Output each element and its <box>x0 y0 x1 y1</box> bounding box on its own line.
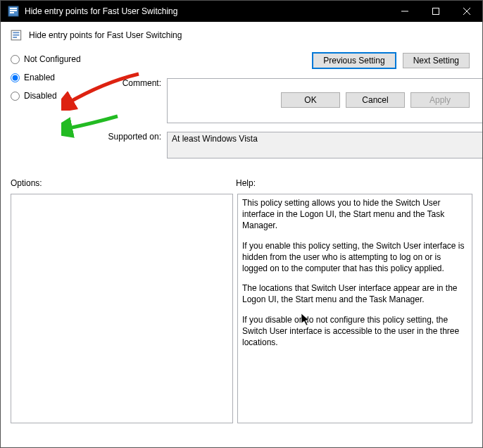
comment-label: Comment: <box>105 78 161 123</box>
svg-rect-10 <box>13 35 19 36</box>
svg-rect-11 <box>13 37 17 38</box>
help-paragraph: The locations that Switch User interface… <box>242 282 468 305</box>
ok-button[interactable]: OK <box>281 92 340 108</box>
close-button[interactable] <box>451 1 482 22</box>
previous-setting-button[interactable]: Previous Setting <box>313 53 395 68</box>
svg-rect-1 <box>10 8 17 9</box>
options-panel[interactable] <box>11 194 233 423</box>
help-panel[interactable]: This policy setting allows you to hide t… <box>237 194 472 423</box>
next-setting-button[interactable]: Next Setting <box>403 53 470 68</box>
apply-button[interactable]: Apply <box>410 92 470 108</box>
radio-disabled-label: Disabled <box>24 91 57 101</box>
svg-rect-2 <box>10 10 17 11</box>
maximize-button[interactable] <box>420 1 451 22</box>
policy-icon <box>8 6 19 17</box>
svg-rect-3 <box>10 12 14 13</box>
policy-header: Hide entry points for Fast User Switchin… <box>11 29 472 42</box>
help-paragraph: This policy setting allows you to hide t… <box>242 197 468 232</box>
supported-on-box: At least Windows Vista <box>167 132 483 158</box>
svg-rect-5 <box>433 8 439 15</box>
radio-disabled-input[interactable] <box>11 92 20 101</box>
svg-rect-9 <box>13 32 19 34</box>
radio-enabled-input[interactable] <box>11 73 20 82</box>
titlebar: Hide entry points for Fast User Switchin… <box>1 1 482 22</box>
options-label: Options: <box>11 178 236 188</box>
window-title: Hide entry points for Fast User Switchin… <box>25 6 389 16</box>
radio-not-configured-input[interactable] <box>11 55 20 64</box>
radio-not-configured-label: Not Configured <box>24 54 81 64</box>
help-paragraph: If you disable or do not configure this … <box>242 314 468 349</box>
help-paragraph: If you enable this policy setting, the S… <box>242 240 468 275</box>
policy-title: Hide entry points for Fast User Switchin… <box>29 30 182 40</box>
supported-on-text: At least Windows Vista <box>172 134 258 144</box>
help-label: Help: <box>236 178 256 188</box>
radio-enabled-label: Enabled <box>24 73 55 82</box>
cancel-button[interactable]: Cancel <box>346 92 405 108</box>
minimize-button[interactable] <box>389 1 420 22</box>
policy-header-icon <box>11 29 23 42</box>
supported-label: Supported on: <box>94 132 161 142</box>
